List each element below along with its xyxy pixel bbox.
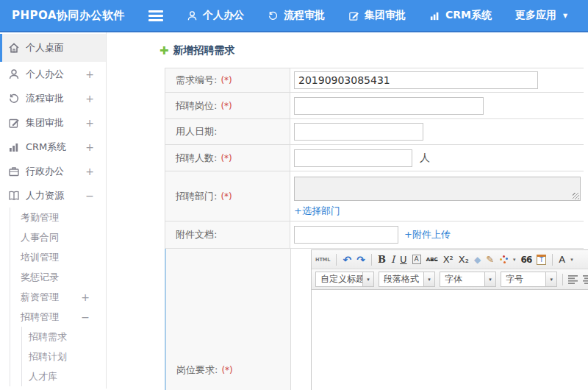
nav-label: 个人办公 xyxy=(203,9,244,22)
sidebar-item-personal-desktop[interactable]: 个人桌面 xyxy=(0,34,106,62)
sidebar-item-salary-mgmt[interactable]: 薪资管理 + xyxy=(10,287,106,307)
strikethrough-button[interactable]: ABC xyxy=(426,255,438,265)
department-textarea[interactable] xyxy=(294,177,581,201)
blockquote-button[interactable]: 66 xyxy=(521,255,532,265)
subscript-button[interactable]: X₂ xyxy=(459,255,469,265)
bold-button[interactable]: B xyxy=(378,255,386,265)
sidebar-item-label: 考勤管理 xyxy=(21,211,59,224)
nav-more-apps[interactable]: 更多应用 ▼ xyxy=(515,9,567,22)
position-input[interactable] xyxy=(294,97,484,115)
expand-plus-icon[interactable]: + xyxy=(81,291,90,303)
nav-personal-office[interactable]: 个人办公 xyxy=(187,9,244,22)
custom-heading-select[interactable]: 自定义标题 ▾ xyxy=(315,272,374,287)
sidebar-item-label: 奖惩记录 xyxy=(21,271,59,284)
headcount-input[interactable] xyxy=(294,149,412,167)
sidebar-item-label: 招聘管理 xyxy=(21,311,59,324)
sidebar-item-admin-office[interactable]: 行政办公 + xyxy=(0,159,106,183)
nav-label: 流程审批 xyxy=(284,9,325,22)
sidebar-item-recruit-plan[interactable]: 招聘计划 xyxy=(22,347,106,366)
attachment-input[interactable] xyxy=(294,226,398,244)
paste-icon[interactable]: T xyxy=(537,255,546,265)
sidebar-item-human-resources[interactable]: 人力资源 − xyxy=(0,183,106,208)
required-marker: (*) xyxy=(220,191,232,202)
format-brush-icon[interactable]: ✎ xyxy=(486,255,494,265)
sidebar-item-crm-system[interactable]: CRM系统 + xyxy=(0,135,106,159)
chevron-down-icon[interactable]: ▾ xyxy=(570,257,573,263)
expand-plus-icon[interactable]: + xyxy=(85,117,94,129)
expand-plus-icon[interactable]: + xyxy=(85,68,94,80)
label-text: 招聘部门: xyxy=(176,190,217,203)
undo-icon[interactable]: ↶ xyxy=(343,255,351,265)
sidebar-item-training-mgmt[interactable]: 培训管理 xyxy=(10,247,106,267)
alignment-buttons xyxy=(568,275,588,284)
label-text: 招聘人数: xyxy=(176,152,217,165)
sidebar-item-workflow-approval[interactable]: 流程审批 + xyxy=(0,86,106,110)
select-department-link[interactable]: +选择部门 xyxy=(294,205,340,218)
sidebar-item-label: CRM系统 xyxy=(26,141,66,154)
toolbar-separator xyxy=(336,254,337,266)
nav-label: 更多应用 xyxy=(515,9,556,22)
sidebar-item-group-approval[interactable]: 集团审批 + xyxy=(0,110,106,135)
recruit-submenu: 招聘需求 招聘计划 人才库 xyxy=(21,327,106,386)
editor-content-area[interactable] xyxy=(312,290,588,390)
demand-number-input[interactable] xyxy=(294,71,538,89)
font-family-select[interactable]: 字体 ▾ xyxy=(440,272,496,287)
app-window: PHPOA协同办公软件 个人办公 流程审批 集团审批 xyxy=(0,0,588,390)
expand-plus-icon[interactable]: + xyxy=(85,141,94,153)
label-text: 岗位要求: xyxy=(176,364,218,377)
label-text: 用人日期: xyxy=(176,125,217,138)
font-style-button[interactable]: A xyxy=(412,255,421,264)
sidebar-item-recruit-demand[interactable]: 招聘需求 xyxy=(22,327,106,347)
chart-icon xyxy=(8,141,20,153)
collapse-minus-icon[interactable]: − xyxy=(81,311,90,323)
align-left-icon[interactable] xyxy=(568,275,578,284)
form-row-job-requirements: 岗位要求: (*) HTML ↶ ↷ B I xyxy=(165,249,584,390)
attachment-upload-link[interactable]: +附件上传 xyxy=(404,228,451,241)
sidebar-item-talent-pool[interactable]: 人才库 xyxy=(22,366,106,386)
toolbar-separator xyxy=(562,274,563,286)
italic-button[interactable]: I xyxy=(391,255,395,265)
sidebar-item-label: 培训管理 xyxy=(21,251,59,264)
align-center-icon[interactable] xyxy=(583,275,588,284)
html-source-button[interactable]: HTML xyxy=(315,255,330,265)
nav-crm-system[interactable]: CRM系统 xyxy=(429,9,492,22)
add-plus-icon: ✚ xyxy=(159,46,169,56)
redo-icon[interactable]: ↷ xyxy=(356,255,365,265)
toolbar-separator xyxy=(552,254,553,266)
superscript-button[interactable]: X² xyxy=(443,255,453,265)
edit-icon xyxy=(8,117,20,129)
select-value: 字体 xyxy=(440,273,484,286)
font-size-select[interactable]: 字号 ▾ xyxy=(501,272,557,287)
sidebar-item-label: 人力资源 xyxy=(26,189,64,202)
hr-submenu: 考勤管理 人事合同 培训管理 奖惩记录 薪资管理 + 招聘管理 − xyxy=(10,208,106,386)
chevron-down-icon[interactable]: ▾ xyxy=(545,272,556,286)
field-label: 用人日期: xyxy=(165,119,290,144)
chevron-down-icon[interactable]: ▾ xyxy=(513,257,516,263)
expand-plus-icon[interactable]: + xyxy=(85,166,94,177)
chevron-down-icon[interactable]: ▾ xyxy=(423,272,434,286)
paragraph-format-select[interactable]: 段落格式 ▾ xyxy=(379,272,435,287)
nav-group-approval[interactable]: 集团审批 xyxy=(348,9,406,22)
sidebar-item-attendance-mgmt[interactable]: 考勤管理 xyxy=(10,208,106,227)
chevron-down-icon[interactable]: ▾ xyxy=(484,272,495,286)
chevron-down-icon[interactable]: ▾ xyxy=(362,272,373,286)
nav-label: 集团审批 xyxy=(365,9,406,22)
editor-toolbar-row2: 自定义标题 ▾ 段落格式 ▾ 字体 ▾ xyxy=(312,269,588,290)
sidebar-item-personal-office[interactable]: 个人办公 + xyxy=(0,62,106,86)
eraser-icon[interactable]: ◆ xyxy=(474,255,481,265)
collapse-minus-icon[interactable]: − xyxy=(85,190,94,202)
user-icon xyxy=(8,68,20,80)
font-color-button[interactable]: A xyxy=(559,255,565,265)
sidebar-item-reward-punishment[interactable]: 奖惩记录 xyxy=(10,267,106,287)
sidebar-item-hr-contract[interactable]: 人事合同 xyxy=(10,227,106,247)
top-header: PHPOA协同办公软件 个人办公 流程审批 集团审批 xyxy=(0,0,588,32)
underline-button[interactable]: U xyxy=(400,255,407,265)
sidebar-item-recruit-mgmt[interactable]: 招聘管理 − xyxy=(10,307,106,327)
expand-plus-icon[interactable]: + xyxy=(85,93,94,104)
color-palette-icon[interactable] xyxy=(499,255,508,264)
hamburger-menu-icon[interactable] xyxy=(148,10,165,21)
nav-workflow-approval[interactable]: 流程审批 xyxy=(268,9,325,22)
hire-date-input[interactable] xyxy=(294,123,423,141)
sidebar-item-label: 薪资管理 xyxy=(21,291,59,304)
recruit-demand-form: 需求编号: (*) 招聘岗位: (*) xyxy=(165,68,584,390)
